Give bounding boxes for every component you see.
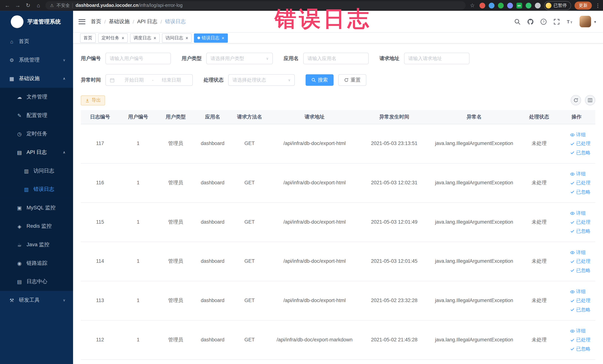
sidebar-item-config[interactable]: ✎配置管理 xyxy=(0,106,73,125)
profile-paused-badge[interactable]: 已暂停 xyxy=(544,1,571,10)
filter-select-process-status[interactable]: 请选择处理状态∨ xyxy=(228,74,295,86)
column-settings-button[interactable] xyxy=(585,95,595,106)
action-ignored[interactable]: 已忽略 xyxy=(570,306,590,313)
filter-daterange-exception-time[interactable]: 开始日期-结束日期 xyxy=(105,74,193,86)
sidebar-item-infra[interactable]: ▦基础设施∧ xyxy=(0,69,73,88)
action-detail[interactable]: 详细 xyxy=(570,249,586,256)
sidebar-item-java[interactable]: ☕Java 监控 xyxy=(0,235,73,254)
sidebar-item-dev-tools[interactable]: ⚒研发工具∨ xyxy=(0,291,73,309)
ext-blue-icon[interactable] xyxy=(488,2,494,8)
action-processed[interactable]: 已处理 xyxy=(570,337,590,344)
close-icon[interactable]: × xyxy=(122,35,124,40)
action-ignored[interactable]: 已忽略 xyxy=(570,228,590,235)
home-icon[interactable]: ⌂ xyxy=(35,3,42,8)
ext-gray-icon[interactable] xyxy=(535,2,541,8)
font-size-icon[interactable]: TT xyxy=(567,18,573,25)
ext-red-icon[interactable] xyxy=(479,2,485,8)
breadcrumb-item[interactable]: 基础设施 xyxy=(109,18,129,25)
close-icon[interactable]: × xyxy=(186,35,188,40)
ext-on-icon[interactable]: on xyxy=(516,2,522,8)
cell-log_id: 112 xyxy=(81,336,119,344)
ext-indigo-icon[interactable] xyxy=(507,2,513,8)
sidebar-item-system[interactable]: ⚙系统管理∨ xyxy=(0,51,73,69)
sidebar-item-mysql[interactable]: ▣MySQL 监控 xyxy=(0,199,73,217)
action-ignored[interactable]: 已忽略 xyxy=(570,345,590,352)
filter-input-app-name[interactable] xyxy=(303,53,369,64)
browser-menu-icon[interactable]: ⋮ xyxy=(595,3,599,8)
action-detail[interactable]: 详细 xyxy=(570,210,586,217)
tab-error-log[interactable]: 错误日志× xyxy=(194,33,228,42)
action-ignored[interactable]: 已忽略 xyxy=(570,149,590,156)
sidebar-item-error-log[interactable]: ▥错误日志 xyxy=(0,180,73,199)
sidebar-item-api-log[interactable]: ▤API 日志∧ xyxy=(0,143,73,162)
sidebar-item-access-log[interactable]: ▥访问日志 xyxy=(0,162,73,180)
sidebar-item-home[interactable]: ⌂首页 xyxy=(0,32,73,51)
help-icon[interactable]: ? xyxy=(540,18,547,25)
action-detail[interactable]: 详细 xyxy=(570,328,586,335)
action-label: 已处理 xyxy=(576,297,591,304)
sidebar-item-log-center[interactable]: ▤日志中心 xyxy=(0,272,73,291)
security-label[interactable]: 不安全 xyxy=(57,2,70,8)
profile-avatar-icon xyxy=(545,2,551,8)
select-placeholder: 请选择处理状态 xyxy=(232,77,288,83)
action-detail[interactable]: 详细 xyxy=(570,131,586,138)
page-url: dashboard.yudao.iocoder.cn/infra/log/api… xyxy=(76,3,183,8)
action-processed[interactable]: 已处理 xyxy=(570,258,590,265)
update-button[interactable]: 更新 xyxy=(574,1,592,10)
cell-user_id: 1 xyxy=(119,258,157,265)
table-row: 1141管理员dashboardGET/api/infra/db-doc/exp… xyxy=(81,242,595,281)
action-processed[interactable]: 已处理 xyxy=(570,297,590,304)
sidebar-item-job[interactable]: ◷定时任务 xyxy=(0,125,73,143)
reset-button-label: 重置 xyxy=(350,77,360,83)
filter-select-user-type[interactable]: 请选择用户类型∨ xyxy=(206,53,273,64)
ext-leaf-icon[interactable] xyxy=(525,2,531,8)
refresh-table-button[interactable] xyxy=(571,95,581,106)
tab-job[interactable]: 定时任务× xyxy=(98,33,128,42)
back-icon[interactable]: ← xyxy=(4,3,11,8)
cell-time: 2021-05-03 12:01:45 xyxy=(361,258,428,265)
action-processed[interactable]: 已处理 xyxy=(570,179,590,187)
breadcrumb-item[interactable]: API 日志 xyxy=(137,18,157,25)
search-icon[interactable] xyxy=(514,18,521,25)
check-icon xyxy=(570,141,575,146)
tab-job-log[interactable]: 调度日志× xyxy=(130,33,160,42)
sidebar-item-file[interactable]: ☁文件管理 xyxy=(0,88,73,106)
action-ignored[interactable]: 已忽略 xyxy=(570,267,590,274)
tool-icon: ⚒ xyxy=(9,297,15,303)
action-ignored[interactable]: 已忽略 xyxy=(570,188,590,195)
user-avatar[interactable] xyxy=(580,16,591,27)
download-icon xyxy=(85,98,90,103)
tab-home[interactable]: 首页 xyxy=(80,33,96,42)
search-button[interactable]: 搜索 xyxy=(305,74,334,86)
bookmark-star-icon[interactable]: ☆ xyxy=(469,3,476,8)
filter-input-user-id[interactable] xyxy=(105,53,171,64)
reset-button[interactable]: 重置 xyxy=(338,74,366,86)
action-label: 已忽略 xyxy=(576,149,591,156)
export-button[interactable]: 导出 xyxy=(81,95,105,105)
chevron-down-icon[interactable]: ▾ xyxy=(594,20,596,24)
table-row: 1121管理员dashboardGET/api/infra/db-doc/exp… xyxy=(81,321,595,360)
reload-icon[interactable]: ↻ xyxy=(25,3,32,8)
github-icon[interactable] xyxy=(527,18,534,25)
check-icon xyxy=(570,150,575,155)
sidebar-item-redis[interactable]: ◈Redis 监控 xyxy=(0,217,73,235)
forward-icon[interactable]: → xyxy=(14,3,21,8)
edit-icon: ✎ xyxy=(16,113,23,118)
cell-user_type: 管理员 xyxy=(157,258,194,265)
column-header: 异常发生时间 xyxy=(361,114,428,120)
action-detail[interactable]: 详细 xyxy=(570,171,586,178)
fullscreen-icon[interactable] xyxy=(553,18,560,25)
address-bar[interactable]: ⚠ 不安全 dashboard.yudao.iocoder.cn/infra/l… xyxy=(46,1,465,10)
action-processed[interactable]: 已处理 xyxy=(570,140,590,147)
action-detail[interactable]: 详细 xyxy=(570,288,586,295)
sidebar-item-trace[interactable]: ◉链路追踪 xyxy=(0,254,73,273)
filter-input-request-url[interactable] xyxy=(404,53,470,64)
close-icon[interactable]: × xyxy=(153,35,156,40)
ext-green-icon[interactable] xyxy=(498,2,503,8)
breadcrumb-item[interactable]: 首页 xyxy=(91,18,101,25)
action-processed[interactable]: 已处理 xyxy=(570,219,590,226)
tab-access-log[interactable]: 访问日志× xyxy=(162,33,192,42)
close-icon[interactable]: × xyxy=(222,35,224,40)
hamburger-icon[interactable] xyxy=(78,18,85,25)
logo[interactable]: 芋道管理系统 xyxy=(0,11,73,32)
